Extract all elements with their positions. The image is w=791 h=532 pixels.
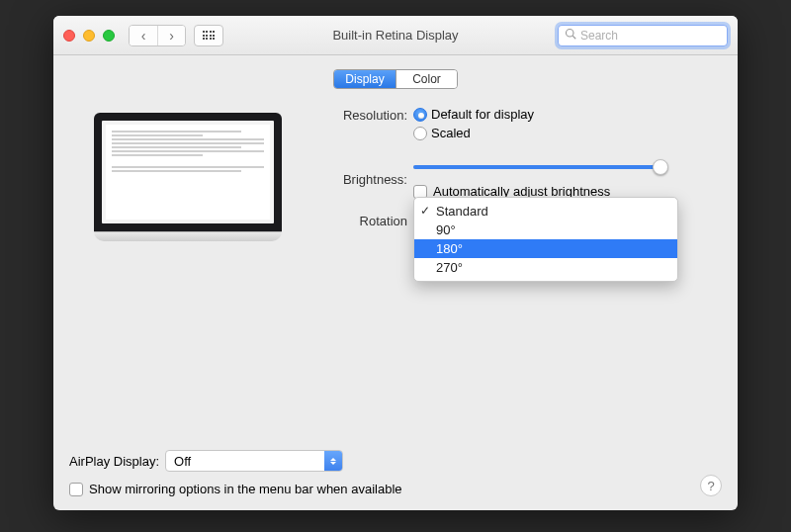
preferences-window: ‹ › Built-in Retina Display Display Colo… — [53, 16, 738, 510]
popup-arrows-icon — [324, 451, 342, 471]
back-button[interactable]: ‹ — [130, 26, 157, 45]
chevron-left-icon: ‹ — [141, 28, 146, 44]
grid-icon — [203, 31, 216, 40]
resolution-scaled-option[interactable]: Scaled — [413, 126, 712, 140]
resolution-scaled-label: Scaled — [431, 126, 471, 140]
rotation-option[interactable]: ✓Standard — [414, 202, 677, 221]
brightness-slider[interactable] — [413, 158, 668, 176]
rotation-label: Rotation — [307, 213, 413, 228]
forward-button[interactable]: › — [157, 26, 185, 45]
zoom-button[interactable] — [103, 30, 115, 42]
rotation-option-label: 90° — [436, 222, 456, 237]
airplay-popup[interactable]: Off — [165, 450, 343, 472]
rotation-option[interactable]: 270° — [414, 258, 677, 277]
airplay-value: Off — [174, 454, 191, 469]
display-preview — [69, 107, 307, 242]
tab-color[interactable]: Color — [396, 70, 457, 88]
svg-point-0 — [567, 30, 574, 38]
show-all-button[interactable] — [194, 25, 223, 46]
radio-icon — [413, 108, 427, 122]
checkmark-icon: ✓ — [420, 204, 430, 218]
settings-pane: Resolution: Default for display Scaled — [307, 107, 722, 242]
rotation-option-label: Standard — [436, 204, 488, 219]
resolution-default-label: Default for display — [431, 107, 534, 122]
search-icon — [565, 28, 576, 43]
minimize-button[interactable] — [83, 30, 95, 42]
close-button[interactable] — [63, 30, 75, 42]
search-field[interactable] — [558, 25, 728, 46]
laptop-icon — [94, 113, 282, 241]
mirroring-checkbox[interactable] — [69, 483, 83, 496]
bottom-bar: AirPlay Display: Off Show mirroring opti… — [69, 450, 722, 496]
window-controls — [63, 30, 115, 42]
nav-segment: ‹ › — [129, 25, 186, 46]
content-area: Display Color — [53, 55, 738, 256]
titlebar: ‹ › Built-in Retina Display — [53, 16, 738, 55]
question-icon: ? — [707, 479, 714, 493]
rotation-option[interactable]: 180° — [414, 239, 677, 258]
search-input[interactable] — [580, 29, 721, 43]
rotation-menu: ✓Standard90°180°270° — [413, 197, 678, 282]
rotation-option[interactable]: 90° — [414, 221, 677, 239]
svg-line-1 — [572, 36, 575, 39]
mirroring-label: Show mirroring options in the menu bar w… — [89, 482, 402, 496]
radio-icon — [413, 127, 427, 140]
chevron-right-icon: › — [169, 28, 174, 44]
help-button[interactable]: ? — [700, 475, 722, 496]
rotation-option-label: 270° — [436, 260, 463, 275]
tab-bar: Display Color — [69, 69, 722, 89]
resolution-default-option[interactable]: Default for display — [413, 107, 712, 122]
rotation-option-label: 180° — [436, 241, 463, 256]
resolution-label: Resolution: — [307, 107, 413, 123]
tab-display[interactable]: Display — [334, 70, 396, 88]
airplay-label: AirPlay Display: — [69, 454, 159, 469]
brightness-label: Brightness: — [307, 171, 413, 187]
